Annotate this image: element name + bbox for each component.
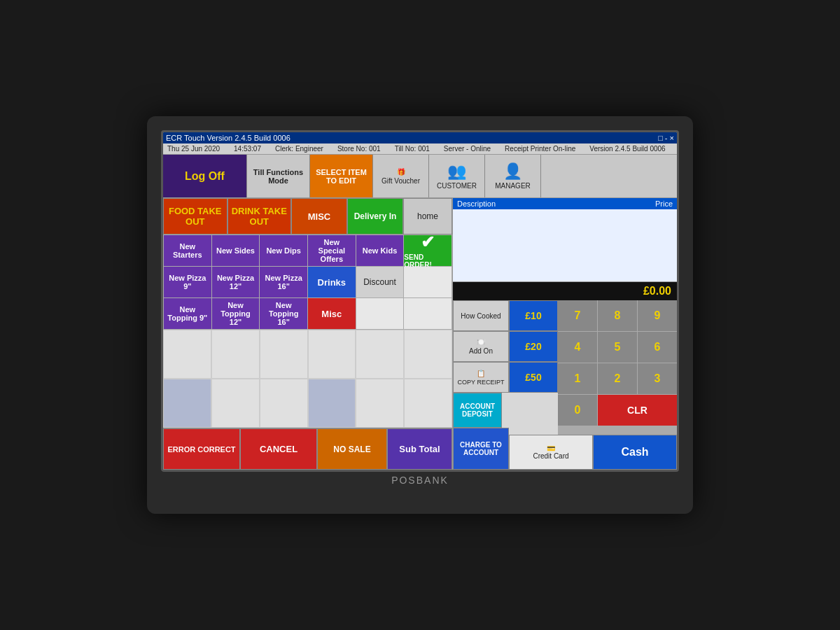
twenty-pound-button[interactable]: £20 [509,331,558,362]
empty-cell-7 [308,330,356,379]
category-row: FOOD TAKE OUT DRINK TAKE OUT MISC Delive… [163,198,452,234]
misc-button-2[interactable]: Misc [308,298,356,329]
clr-button[interactable]: CLR [598,395,677,426]
select-item-button[interactable]: SELECT ITEM TO EDIT [310,155,373,197]
num-0-button[interactable]: 0 [558,395,597,426]
num-5-button[interactable]: 5 [598,332,637,363]
gift-voucher-button[interactable]: 🎁 Gift Voucher [373,155,429,197]
brand-label: POSBANK [161,475,679,486]
server-display: Server - Online [444,145,491,153]
payment-row: 💳 Credit Card Cash [509,435,677,470]
num-7-button[interactable]: 7 [558,300,597,331]
window-controls[interactable]: □ - × [658,134,674,142]
menu-grid: New Starters New Sides New Dips New Spec… [163,234,452,330]
empty-menu-area [163,330,452,428]
drinks-button[interactable]: Drinks [308,267,356,298]
title-bar: ECR Touch Version 2.4.5 Build 0006 □ - × [163,132,677,144]
empty-cell-10 [163,379,211,428]
right-panel: Description Price £0.00 How Cooked [453,198,677,470]
credit-card-button[interactable]: 💳 Credit Card [509,435,593,470]
cancel-button[interactable]: CANCEL [240,428,317,470]
send-order-button[interactable]: ✔ SEND ORDER! [404,235,451,266]
delivery-button[interactable]: Delivery In [347,198,403,234]
checkmark-icon: ✔ [421,232,435,252]
num-2-button[interactable]: 2 [598,363,637,394]
left-panel: FOOD TAKE OUT DRINK TAKE OUT MISC Delive… [163,198,453,470]
account-deposit-button[interactable]: ACCOUNT DEPOSIT [453,393,502,428]
new-pizza-16-button[interactable]: New Pizza 16" [260,267,307,298]
manager-button[interactable]: 👤 MANAGER [485,155,541,197]
numpad-area: How Cooked 🍽️ Add On 📋 COPY RECEIPT ACCO… [453,300,677,470]
customer-icon: 👥 [447,162,466,181]
how-cooked-button[interactable]: How Cooked [453,300,509,331]
app-title: ECR Touch Version 2.4.5 Build 0006 [166,134,290,142]
cash-button[interactable]: Cash [593,435,677,470]
addon-icon: 🍽️ [477,338,485,346]
add-on-button[interactable]: 🍽️ Add On [453,331,509,362]
empty-cell-8 [356,330,404,379]
new-topping-9-button[interactable]: New Topping 9" [164,298,211,329]
num-4-button[interactable]: 4 [558,332,597,363]
num-6-button[interactable]: 6 [638,332,677,363]
new-dips-button[interactable]: New Dips [260,235,307,266]
till-functions-button[interactable]: Till Functions Mode [247,155,310,197]
numpad: 7 8 9 4 5 6 1 2 3 0 [558,300,677,435]
status-bar: Thu 25 Jun 2020 14:53:07 Clerk: Engineer… [163,144,677,155]
empty-cell-1 [404,267,451,298]
copy-receipt-button[interactable]: 📋 COPY RECEIPT [453,362,509,393]
new-special-offers-button[interactable]: New Special Offers [308,235,356,266]
manager-icon: 👤 [503,162,522,181]
home-button[interactable]: home [403,198,452,234]
toolbar: Log Off Till Functions Mode SELECT ITEM … [163,155,677,198]
empty-cell-3 [404,298,451,329]
copy-icon: 📋 [477,370,485,377]
misc-button[interactable]: MISC [291,198,347,234]
new-topping-12-button[interactable]: New Topping 12" [212,298,260,329]
charge-to-account-button[interactable]: CHARGE TO ACCOUNT [453,428,509,470]
ten-pound-button[interactable]: £10 [509,300,558,331]
version-display: Version 2.4.5 Build 0006 [589,145,665,153]
customer-button[interactable]: 👥 CUSTOMER [429,155,485,197]
store-display: Store No: 001 [337,145,381,153]
printer-display: Receipt Printer On-line [505,145,575,153]
total-bar: £0.00 [453,282,677,300]
description-label: Description [457,200,496,208]
discount-button[interactable]: Discount [356,267,404,298]
empty-cell-2 [356,298,404,329]
num-1-button[interactable]: 1 [558,363,597,394]
amount-buttons: £10 £20 £50 [509,300,558,435]
new-topping-16-button[interactable]: New Topping 16" [260,298,307,329]
time-display: 14:53:07 [234,145,261,153]
numpad-inner: £10 £20 £50 7 8 9 4 5 [509,300,677,435]
empty-cell-4 [163,330,211,379]
num-3-button[interactable]: 3 [638,363,677,394]
till-display: Till No: 001 [395,145,430,153]
new-sides-button[interactable]: New Sides [212,235,260,266]
pos-screen: ECR Touch Version 2.4.5 Build 0006 □ - ×… [161,130,679,472]
new-pizza-12-button[interactable]: New Pizza 12" [212,267,260,298]
total-amount: £0.00 [643,285,671,297]
logoff-button[interactable]: Log Off [163,155,247,197]
amounts-numpad: £10 £20 £50 7 8 9 4 5 [509,300,677,470]
receipt-content [453,209,677,281]
empty-cell-9 [404,330,452,379]
empty-cell-12 [260,379,308,428]
side-functions: How Cooked 🍽️ Add On 📋 COPY RECEIPT ACCO… [453,300,509,470]
empty-cell-14 [356,379,404,428]
new-starters-button[interactable]: New Starters [164,235,211,266]
food-takeout-button[interactable]: FOOD TAKE OUT [163,198,227,234]
fifty-pound-button[interactable]: £50 [509,362,558,393]
num-8-button[interactable]: 8 [598,300,637,331]
no-sale-button[interactable]: NO SALE [317,428,387,470]
empty-cell-6 [260,330,308,379]
new-pizza-9-button[interactable]: New Pizza 9" [164,267,211,298]
error-correct-button[interactable]: ERROR CORRECT [163,428,240,470]
num-9-button[interactable]: 9 [638,300,677,331]
receipt-area: Description Price [453,198,677,282]
bottom-bar: ERROR CORRECT CANCEL NO SALE Sub Total [163,428,452,470]
new-kids-button[interactable]: New Kids [356,235,404,266]
clerk-display: Clerk: Engineer [275,145,323,153]
drink-takeout-button[interactable]: DRINK TAKE OUT [227,198,292,234]
sub-total-button[interactable]: Sub Total [387,428,452,470]
empty-cell-11 [211,379,260,428]
